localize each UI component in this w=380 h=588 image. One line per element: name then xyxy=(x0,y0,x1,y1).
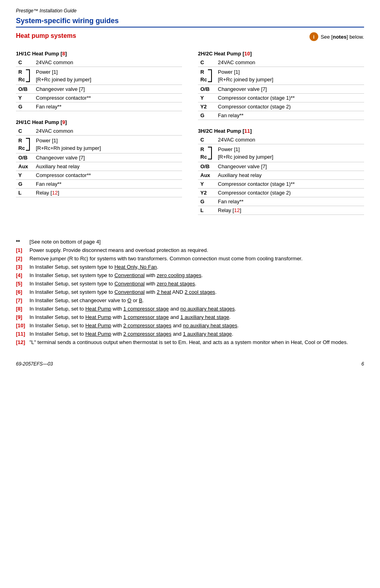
wire-value: Auxiliary heat relay xyxy=(33,162,182,171)
wiring-table-3h2c: C 24VAC common R Rc xyxy=(198,136,364,215)
wire-value: Changeover valve [7] xyxy=(33,153,182,162)
wire-value: Power [1] [R+Rc joined by jumper] xyxy=(215,67,364,85)
table-row: Aux Auxiliary heat relay xyxy=(198,171,364,180)
wire-value: 24VAC common xyxy=(33,127,182,136)
wire-key: G xyxy=(16,102,33,111)
footnote-key-asterisk: ** xyxy=(16,239,29,245)
table-row: Y2 Compressor contactor (stage 2) xyxy=(198,102,364,111)
wire-value: Compressor contactor** xyxy=(33,171,182,180)
wire-key: G xyxy=(198,111,215,120)
wire-key: Y xyxy=(198,180,215,189)
wire-key: G xyxy=(198,197,215,206)
wire-value: 24VAC common xyxy=(215,136,364,144)
footnote-10: [10] In Installer Setup, set to Heat Pum… xyxy=(16,323,364,328)
wire-key: O/B xyxy=(198,162,215,171)
pump-section-3h2c: 3H/2C Heat Pump [11] C 24VAC common R Rc xyxy=(198,128,364,215)
footnote-asterisk: ** [See note on bottom of page 4] xyxy=(16,239,364,245)
wire-value: Relay [12] xyxy=(33,189,182,197)
wire-value: Auxiliary heat relay xyxy=(215,171,364,180)
pump-title-2h1c: 2H/1C Heat Pump [9] xyxy=(16,119,182,125)
footnote-key-4: [4] xyxy=(16,272,29,278)
pump-section-2h1c: 2H/1C Heat Pump [9] C 24VAC common R Rc xyxy=(16,119,182,197)
table-row: C 24VAC common xyxy=(16,127,182,136)
wiring-table-2h2c: C 24VAC common R Rc xyxy=(198,58,364,120)
footnote-text-12: "L" terminal sends a continuous output w… xyxy=(29,339,364,345)
wire-value: Compressor contactor (stage 1)** xyxy=(215,180,364,189)
footnote-text-7: In Installer Setup, set changeover valve… xyxy=(29,297,364,303)
wire-value: Relay [12] xyxy=(215,206,364,215)
table-row: Y Compressor contactor** xyxy=(16,94,182,102)
wire-key: Y xyxy=(16,94,33,102)
table-row: R Rc Power [1] [R+Rc joined by jumper] xyxy=(198,67,364,85)
footnote-text-8: In Installer Setup, set to Heat Pump wit… xyxy=(29,306,364,312)
wire-key: G xyxy=(16,180,33,189)
right-column: 2H/2C Heat Pump [10] C 24VAC common R Rc xyxy=(198,51,364,223)
footnote-key-3: [3] xyxy=(16,264,29,270)
footnote-key-2: [2] xyxy=(16,256,29,262)
footnote-4: [4] In Installer Setup, set system type … xyxy=(16,272,364,278)
footnote-text-3: In Installer Setup, set system type to H… xyxy=(29,264,364,270)
footnote-12: [12] "L" terminal sends a continuous out… xyxy=(16,339,364,345)
wire-value: Power [1] [R+Rc joined by jumper] xyxy=(33,67,182,85)
table-row: Aux Auxiliary heat relay xyxy=(16,162,182,171)
wire-value: Compressor contactor** xyxy=(33,94,182,102)
footnotes-section: ** [See note on bottom of page 4] [1] Po… xyxy=(16,239,364,345)
wire-value: Power [1] [R+Rc+Rh joined by jumper] xyxy=(33,136,182,153)
table-row: R Rc Power [1] [R+Rc+Rh joined by jumper… xyxy=(16,136,182,153)
pump-section-2h2c: 2H/2C Heat Pump [10] C 24VAC common R Rc xyxy=(198,51,364,120)
wire-key: Y xyxy=(16,171,33,180)
wire-value: Compressor contactor (stage 1)** xyxy=(215,94,364,102)
table-row: G Fan relay** xyxy=(198,197,364,206)
wire-key: Y2 xyxy=(198,189,215,197)
wire-value: Changeover valve [7] xyxy=(215,85,364,94)
table-row: R Rc Power [1] [R+Rc joined by jumper] xyxy=(16,67,182,85)
wire-key: C xyxy=(16,58,33,67)
footnote-key-12: [12] xyxy=(16,339,29,345)
wire-key: O/B xyxy=(198,85,215,94)
wire-key: O/B xyxy=(16,85,33,94)
table-row: Y Compressor contactor** xyxy=(16,171,182,180)
wiring-table-2h1c: C 24VAC common R Rc xyxy=(16,127,182,197)
doc-title: Prestige™ Installation Guide xyxy=(16,8,364,14)
table-row: Y2 Compressor contactor (stage 2) xyxy=(198,189,364,197)
table-row: C 24VAC common xyxy=(198,136,364,144)
footnote-text-5: In Installer Setup, set system type to C… xyxy=(29,281,364,287)
wire-key: L xyxy=(198,206,215,215)
pump-title-1h1c: 1H/1C Heat Pump [8] xyxy=(16,51,182,57)
footnote-text-asterisk: [See note on bottom of page 4] xyxy=(29,239,364,245)
wire-key: Aux xyxy=(198,171,215,180)
table-row: G Fan relay** xyxy=(16,180,182,189)
wire-value: Compressor contactor (stage 2) xyxy=(215,102,364,111)
footnote-text-11: In Installer Setup, set to Heat Pump wit… xyxy=(29,331,364,337)
wire-value: 24VAC common xyxy=(215,58,364,67)
footnote-8: [8] In Installer Setup, set to Heat Pump… xyxy=(16,306,364,312)
footnote-key-7: [7] xyxy=(16,297,29,303)
table-row: O/B Changeover valve [7] xyxy=(198,85,364,94)
wire-value: 24VAC common xyxy=(33,58,182,67)
pump-section-1h1c: 1H/1C Heat Pump [8] C 24VAC common R Rc xyxy=(16,51,182,111)
wire-value: Changeover valve [7] xyxy=(33,85,182,94)
wire-key: C xyxy=(16,127,33,136)
table-row: G Fan relay** xyxy=(16,102,182,111)
pump-title-2h2c: 2H/2C Heat Pump [10] xyxy=(198,51,364,57)
footnote-text-4: In Installer Setup, set system type to C… xyxy=(29,272,364,278)
table-row: O/B Changeover valve [7] xyxy=(16,85,182,94)
wire-value: Fan relay** xyxy=(215,111,364,120)
table-row: Y Compressor contactor (stage 1)** xyxy=(198,94,364,102)
footnote-1: [1] Power supply. Provide disconnect mea… xyxy=(16,247,364,253)
wire-value: Compressor contactor (stage 2) xyxy=(215,189,364,197)
wire-key: O/B xyxy=(16,153,33,162)
table-row: L Relay [12] xyxy=(198,206,364,215)
wire-key: C xyxy=(198,58,215,67)
see-notes: i See [notes] below. xyxy=(309,32,364,41)
heat-pump-section-title: Heat pump systems xyxy=(16,32,76,39)
main-section-title: System-specific wiring guides xyxy=(16,17,364,28)
footnote-key-5: [5] xyxy=(16,281,29,287)
table-row: O/B Changeover valve [7] xyxy=(198,162,364,171)
wire-key: L xyxy=(16,189,33,197)
footnote-key-9: [9] xyxy=(16,314,29,320)
pump-title-3h2c: 3H/2C Heat Pump [11] xyxy=(198,128,364,134)
see-notes-text: See [notes] below. xyxy=(321,34,364,40)
wire-key: C xyxy=(198,136,215,144)
page-number: 6 xyxy=(361,361,364,367)
